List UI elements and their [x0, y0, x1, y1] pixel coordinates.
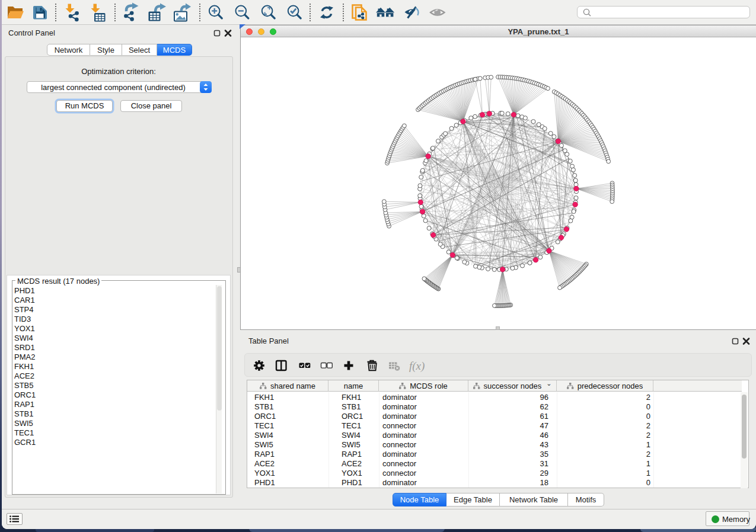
svg-text:f(x): f(x) — [409, 360, 425, 373]
